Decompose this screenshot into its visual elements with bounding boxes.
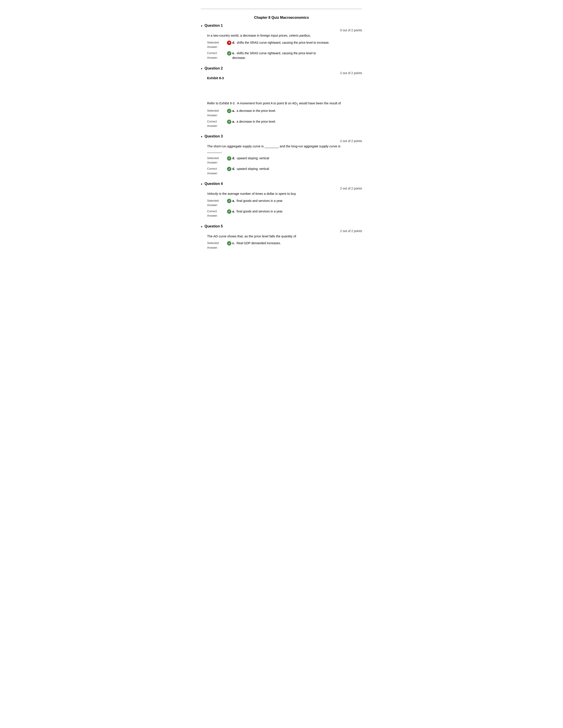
question-2-text: Refer to Exhibit 8-3. A movement from po… bbox=[207, 101, 362, 106]
question-3-header: • Question 3 bbox=[201, 134, 362, 139]
question-1-correct-row: CorrectAnswer: ✓ e. shifts the SRAS curv… bbox=[207, 51, 362, 60]
question-2-selected-row: SelectedAnswer: ✓ a. a decrease in the p… bbox=[207, 109, 362, 118]
question-4-selected-row: SelectedAnswer: ✓ a. final goods and ser… bbox=[207, 199, 362, 208]
question-4-selected-letter: a. bbox=[232, 199, 235, 203]
question-5-selected-content: ✓ c. Real GDP demanded increases. bbox=[227, 241, 281, 250]
question-2-selected-text: a decrease in the price level. bbox=[237, 109, 276, 113]
question-5-points: 2 out of 2 points bbox=[201, 229, 362, 233]
question-5-selected-text: Real GDP demanded increases. bbox=[237, 241, 281, 245]
question-2-correct-letter: a. bbox=[232, 120, 235, 123]
question-4-selected-text: final goods and services in a year. bbox=[237, 199, 283, 203]
wrong-icon-1: ✕ bbox=[227, 41, 231, 45]
question-3-text: The short-run aggregate supply curve is … bbox=[207, 144, 362, 154]
question-4-selected-content: ✓ a. final goods and services in a year. bbox=[227, 199, 283, 208]
question-3-correct-row: CorrectAnswer: ✓ d. upward sloping; vert… bbox=[207, 167, 362, 176]
question-2-title: Question 2 bbox=[204, 66, 223, 70]
correct-icon-2b: ✓ bbox=[227, 120, 231, 124]
question-5-header: • Question 5 bbox=[201, 224, 362, 229]
question-5-block: • Question 5 2 out of 2 points The AD cu… bbox=[201, 224, 362, 250]
question-2-selected-text-block: a. a decrease in the price level. bbox=[232, 109, 276, 113]
italic-text-1: ceteris paribus, bbox=[289, 34, 311, 37]
bullet-1: • bbox=[201, 24, 202, 28]
question-1-selected-letter: d. bbox=[232, 41, 235, 44]
question-1-correct-text: shifts the SRAS curve rightward, causing… bbox=[232, 51, 316, 60]
question-4-title: Question 4 bbox=[204, 182, 223, 186]
question-1-selected-row: SelectedAnswer: ✕ d. shifts the SRAS cur… bbox=[207, 40, 362, 49]
correct-icon-2a: ✓ bbox=[227, 109, 231, 113]
question-4-selected-text-block: a. final goods and services in a year. bbox=[232, 199, 283, 203]
question-3-correct-text: upward sloping; vertical bbox=[237, 167, 269, 171]
page-container: Chapter 8 Quiz Macroeconomics • Question… bbox=[188, 0, 375, 269]
subscript-1: 1 bbox=[297, 103, 298, 106]
question-3-selected-content: ✓ d. upward sloping; vertical bbox=[227, 156, 269, 165]
correct-label-2: CorrectAnswer: bbox=[207, 119, 227, 128]
correct-label-1: CorrectAnswer: bbox=[207, 51, 227, 60]
question-2-correct-content: ✓ a. a decrease in the price level. bbox=[227, 119, 276, 128]
correct-label-3: CorrectAnswer: bbox=[207, 167, 227, 176]
correct-icon-1: ✓ bbox=[227, 51, 231, 56]
bullet-3: • bbox=[201, 135, 202, 139]
question-2-block: • Question 2 2 out of 2 points Exhibit 8… bbox=[201, 66, 362, 128]
question-2-correct-text: a decrease in the price level. bbox=[237, 120, 276, 123]
bullet-5: • bbox=[201, 225, 202, 229]
page-title: Chapter 8 Quiz Macroeconomics bbox=[201, 16, 362, 20]
question-5-title: Question 5 bbox=[204, 224, 223, 228]
bullet-4: • bbox=[201, 182, 202, 187]
question-4-correct-text: final goods and services in a year. bbox=[237, 210, 283, 213]
question-3-correct-content: ✓ d. upward sloping; vertical bbox=[227, 167, 269, 176]
selected-label-4: SelectedAnswer: bbox=[207, 199, 227, 208]
correct-label-4: CorrectAnswer: bbox=[207, 209, 227, 218]
selected-label-2: SelectedAnswer: bbox=[207, 109, 227, 118]
question-1-title: Question 1 bbox=[204, 24, 223, 28]
question-3-correct-text-block: d. upward sloping; vertical bbox=[232, 167, 269, 171]
question-4-correct-text-block: a. final goods and services in a year. bbox=[232, 209, 283, 214]
question-2-correct-row: CorrectAnswer: ✓ a. a decrease in the pr… bbox=[207, 119, 362, 128]
question-5-selected-row: SelectedAnswer: ✓ c. Real GDP demanded i… bbox=[207, 241, 362, 250]
question-5-text: The AD curve shows that, as the price le… bbox=[207, 234, 362, 239]
question-4-correct-row: CorrectAnswer: ✓ a. final goods and serv… bbox=[207, 209, 362, 218]
correct-icon-3a: ✓ bbox=[227, 156, 231, 161]
correct-icon-4a: ✓ bbox=[227, 199, 231, 203]
question-5-selected-text-block: c. Real GDP demanded increases. bbox=[232, 241, 281, 246]
question-1-selected-text: shifts the SRAS curve rightward, causing… bbox=[237, 41, 330, 44]
question-3-title: Question 3 bbox=[204, 134, 223, 138]
exhibit-8-3-space bbox=[207, 82, 362, 99]
question-2-selected-content: ✓ a. a decrease in the price level. bbox=[227, 109, 276, 118]
question-2-selected-letter: a. bbox=[232, 109, 235, 113]
bullet-2: • bbox=[201, 67, 202, 71]
question-1-points: 0 out of 2 points bbox=[201, 28, 362, 32]
question-3-points: 2 out of 2 points bbox=[201, 139, 362, 143]
selected-label-1: SelectedAnswer: bbox=[207, 40, 227, 49]
question-4-header: • Question 4 bbox=[201, 182, 362, 187]
top-divider bbox=[201, 9, 362, 9]
exhibit-8-3-label: Exhibit 8-3 bbox=[207, 76, 362, 80]
question-4-correct-letter: a. bbox=[232, 210, 235, 213]
question-1-correct-text-block: e. shifts the SRAS curve rightward, caus… bbox=[232, 51, 316, 60]
correct-icon-3b: ✓ bbox=[227, 167, 231, 171]
selected-label-5: SelectedAnswer: bbox=[207, 241, 227, 250]
question-1-correct-content: ✓ e. shifts the SRAS curve rightward, ca… bbox=[227, 51, 316, 60]
question-3-selected-text-block: d. upward sloping; vertical bbox=[232, 156, 269, 161]
question-1-text: In a two-country world, a decrease in fo… bbox=[207, 33, 362, 38]
question-4-text: Velocity is the average number of times … bbox=[207, 191, 362, 196]
question-4-points: 2 out of 2 points bbox=[201, 187, 362, 190]
question-1-block: • Question 1 0 out of 2 points In a two-… bbox=[201, 24, 362, 60]
question-3-selected-letter: d. bbox=[232, 156, 235, 160]
question-5-selected-letter: c. bbox=[232, 241, 235, 245]
question-2-correct-text-block: a. a decrease in the price level. bbox=[232, 119, 276, 124]
question-3-selected-text: upward sloping; vertical bbox=[237, 156, 269, 160]
question-4-block: • Question 4 2 out of 2 points Velocity … bbox=[201, 182, 362, 218]
question-1-header: • Question 1 bbox=[201, 24, 362, 28]
question-1-correct-letter: e. bbox=[232, 51, 235, 55]
question-2-header: • Question 2 bbox=[201, 66, 362, 71]
question-4-correct-content: ✓ a. final goods and services in a year. bbox=[227, 209, 283, 218]
question-1-selected-text-block: d. shifts the SRAS curve rightward, caus… bbox=[232, 40, 330, 45]
question-3-selected-row: SelectedAnswer: ✓ d. upward sloping; ver… bbox=[207, 156, 362, 165]
correct-icon-5a: ✓ bbox=[227, 241, 231, 246]
question-1-selected-content: ✕ d. shifts the SRAS curve rightward, ca… bbox=[227, 40, 330, 49]
question-3-block: • Question 3 2 out of 2 points The short… bbox=[201, 134, 362, 176]
question-3-correct-letter: d. bbox=[232, 167, 235, 171]
correct-icon-4b: ✓ bbox=[227, 209, 231, 214]
question-2-points: 2 out of 2 points bbox=[201, 71, 362, 75]
selected-label-3: SelectedAnswer: bbox=[207, 156, 227, 165]
